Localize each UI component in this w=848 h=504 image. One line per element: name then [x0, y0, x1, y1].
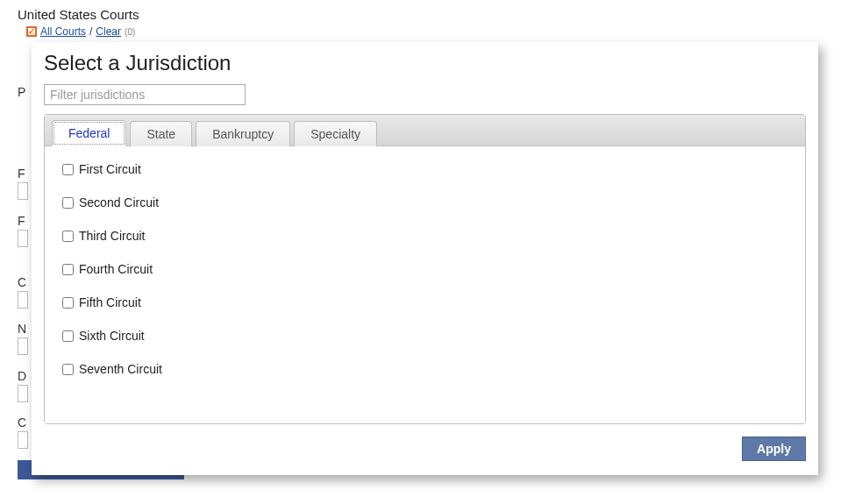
modal-title: Select a Jurisdiction: [44, 51, 806, 75]
circuit-item[interactable]: Seventh Circuit: [62, 362, 787, 376]
bg-all-link[interactable]: All Courts: [40, 25, 86, 38]
circuit-checkbox[interactable]: [62, 297, 74, 309]
tab-specialty[interactable]: Specialty: [294, 121, 377, 146]
bg-input-fragment: [18, 182, 28, 200]
background-page: United States Courts All Courts / Clear …: [0, 0, 848, 45]
circuit-checkbox[interactable]: [62, 264, 74, 275]
circuit-item[interactable]: Second Circuit: [62, 195, 787, 209]
checkbox-icon: [26, 26, 37, 37]
circuit-label: Seventh Circuit: [79, 362, 162, 376]
circuit-item[interactable]: Sixth Circuit: [62, 329, 787, 343]
bg-input-fragment: [18, 230, 28, 247]
jurisdiction-modal: Select a Jurisdiction Federal State Bank…: [32, 42, 818, 475]
bg-label-fragment: P: [18, 85, 25, 99]
bg-label-fragment: F: [18, 214, 25, 228]
tab-panel-federal: First Circuit Second Circuit Third Circu…: [45, 146, 805, 423]
tabs-bar: Federal State Bankruptcy Specialty: [45, 115, 805, 146]
circuit-item[interactable]: Third Circuit: [62, 229, 787, 243]
circuit-label: Fourth Circuit: [79, 262, 153, 276]
bg-heading: United States Courts: [18, 7, 830, 22]
apply-button[interactable]: Apply: [742, 437, 806, 461]
bg-count: (0): [125, 27, 135, 37]
tab-federal[interactable]: Federal: [52, 120, 126, 146]
circuit-checkbox[interactable]: [62, 197, 74, 209]
circuit-label: Second Circuit: [79, 195, 159, 209]
circuit-item[interactable]: First Circuit: [62, 162, 787, 176]
circuit-label: Third Circuit: [79, 229, 145, 243]
bg-label-fragment: C: [18, 415, 26, 429]
bg-label-fragment: D: [18, 369, 26, 383]
circuit-checkbox[interactable]: [62, 231, 74, 242]
bg-input-fragment: [18, 385, 28, 402]
tabs-container: Federal State Bankruptcy Specialty First…: [44, 114, 806, 424]
bg-label-fragment: N: [18, 322, 26, 336]
tab-bankruptcy[interactable]: Bankruptcy: [196, 121, 290, 146]
circuit-checkbox[interactable]: [62, 164, 74, 175]
circuit-label: Fifth Circuit: [79, 295, 141, 309]
circuit-item[interactable]: Fifth Circuit: [62, 295, 787, 309]
bg-input-fragment: [18, 431, 28, 449]
circuit-label: First Circuit: [79, 162, 141, 176]
circuit-checkbox[interactable]: [62, 330, 74, 342]
circuit-checkbox[interactable]: [62, 364, 74, 375]
modal-footer: Apply: [32, 437, 818, 473]
bg-label-fragment: F: [18, 167, 25, 181]
bg-label-fragment: C: [18, 275, 26, 289]
filter-jurisdictions-input[interactable]: [44, 84, 246, 105]
tab-state[interactable]: State: [130, 121, 192, 146]
bg-input-fragment: [18, 337, 28, 355]
circuit-label: Sixth Circuit: [79, 329, 145, 343]
circuit-item[interactable]: Fourth Circuit: [62, 262, 787, 276]
bg-clear-link[interactable]: Clear: [96, 25, 121, 38]
bg-all-clear-row: All Courts / Clear (0): [26, 25, 830, 38]
bg-input-fragment: [18, 291, 28, 309]
